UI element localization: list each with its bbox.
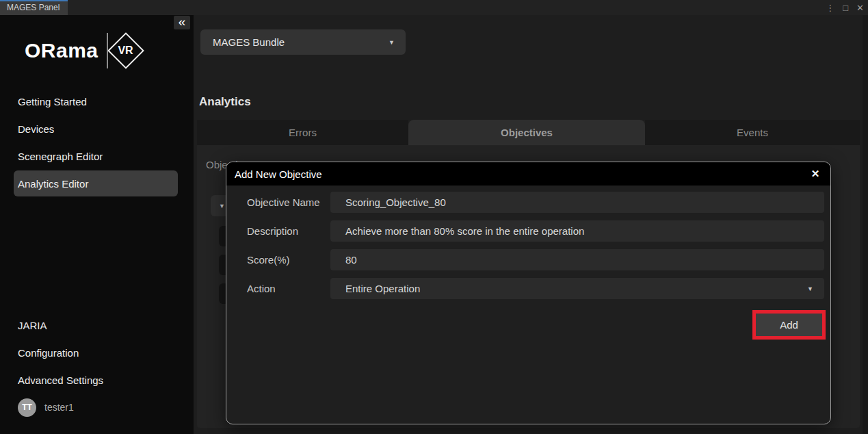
modal-header[interactable]: Add New Objective ✕ <box>226 162 830 186</box>
score-label: Score(%) <box>247 249 290 270</box>
window-controls: ⋮ □ ✕ <box>826 0 864 15</box>
sidebar-item-configuration[interactable]: Configuration <box>14 340 178 366</box>
objective-name-label: Objective Name <box>247 192 320 213</box>
tab-errors[interactable]: Errors <box>197 120 408 145</box>
title-bar: MAGES Panel ⋮ □ ✕ <box>0 0 868 15</box>
modal-title: Add New Objective <box>226 168 322 180</box>
chevron-down-icon: ▼ <box>219 203 225 209</box>
logo-text: ORama <box>25 39 98 62</box>
sidebar-item-jaria[interactable]: JARIA <box>14 312 178 338</box>
sidebar: « ORama VR Getting Started Devices Scene… <box>0 15 194 434</box>
user-account-row[interactable]: TT tester1 <box>14 394 178 420</box>
action-label: Action <box>247 278 276 299</box>
maximize-icon[interactable]: □ <box>843 3 848 12</box>
sidebar-nav: Getting Started Devices Scenegraph Edito… <box>0 88 194 198</box>
tab-objectives[interactable]: Objectives <box>408 120 645 145</box>
sidebar-bottom-nav: JARIA Configuration Advanced Settings TT… <box>0 312 194 420</box>
add-button-highlight-box: Add <box>752 310 826 340</box>
user-name: tester1 <box>44 402 74 413</box>
chevron-down-icon: ▼ <box>389 39 395 46</box>
sidebar-item-analytics-editor[interactable]: Analytics Editor <box>14 170 178 196</box>
tab-events[interactable]: Events <box>645 120 860 145</box>
sidebar-item-scenegraph-editor[interactable]: Scenegraph Editor <box>14 143 178 169</box>
objective-name-input[interactable] <box>330 192 824 213</box>
sidebar-item-advanced-settings[interactable]: Advanced Settings <box>14 367 178 393</box>
bundle-dropdown[interactable]: MAGES Bundle ▼ <box>200 29 406 55</box>
kebab-menu-icon[interactable]: ⋮ <box>826 3 834 12</box>
mages-panel-window: MAGES Panel ⋮ □ ✕ « ORama VR Getting Sta… <box>0 0 868 434</box>
page-title: Analytics <box>199 95 251 109</box>
add-button[interactable]: Add <box>756 314 822 336</box>
description-input[interactable] <box>330 220 824 242</box>
sidebar-item-getting-started[interactable]: Getting Started <box>14 88 178 114</box>
analytics-tabbar: Errors Objectives Events <box>197 120 860 145</box>
right-edge-strip <box>863 15 868 434</box>
orama-vr-logo: ORama VR <box>25 30 146 71</box>
close-icon[interactable]: ✕ <box>808 167 822 181</box>
chevron-down-icon: ▼ <box>807 285 813 292</box>
score-input[interactable] <box>330 249 824 270</box>
bundle-dropdown-value: MAGES Bundle <box>200 36 285 48</box>
add-new-objective-modal: Add New Objective ✕ Objective Name Descr… <box>226 162 831 424</box>
avatar: TT <box>18 398 36 417</box>
sidebar-item-devices[interactable]: Devices <box>14 116 178 142</box>
description-label: Description <box>247 220 298 242</box>
vr-diamond-icon: VR <box>105 30 146 71</box>
close-icon[interactable]: ✕ <box>856 3 864 12</box>
window-tab-mages-panel[interactable]: MAGES Panel <box>0 0 68 15</box>
sidebar-collapse-icon[interactable]: « <box>174 16 190 29</box>
action-dropdown-value: Entire Operation <box>330 283 420 294</box>
action-dropdown[interactable]: Entire Operation ▼ <box>330 278 824 299</box>
